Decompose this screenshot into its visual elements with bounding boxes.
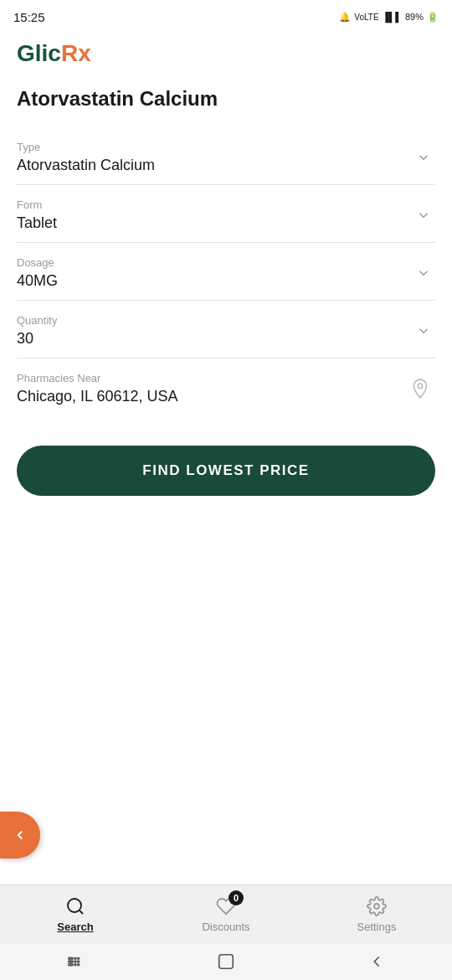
app-logo: GlicRx xyxy=(17,40,435,67)
svg-point-3 xyxy=(374,904,379,909)
svg-rect-11 xyxy=(78,961,80,962)
status-time: 15:25 xyxy=(13,10,45,24)
dosage-chevron-icon xyxy=(415,265,432,281)
location-field[interactable]: Pharmacies Near Chicago, IL 60612, USA xyxy=(17,362,435,415)
signal-bars: ▐▌▌ xyxy=(383,12,402,22)
location-label: Pharmacies Near xyxy=(17,372,435,384)
discounts-nav-icon: 0 xyxy=(215,895,237,917)
nav-search[interactable]: Search xyxy=(0,889,151,940)
svg-rect-4 xyxy=(69,957,74,959)
form-dropdown[interactable]: Form Tablet xyxy=(17,188,435,243)
logo-glic: Glic xyxy=(17,40,61,66)
status-bar: 15:25 🔔 VoLTE ▐▌▌ 89% 🔋 xyxy=(0,0,452,30)
back-button[interactable] xyxy=(0,812,40,859)
dosage-value: 40MG xyxy=(17,272,435,290)
find-lowest-price-button[interactable]: FIND LOWEST PRICE xyxy=(17,446,435,496)
main-content: Atorvastatin Calcium Type Atorvastatin C… xyxy=(0,80,452,513)
svg-rect-7 xyxy=(74,957,76,959)
form-value: Tablet xyxy=(17,214,435,232)
quantity-chevron-icon xyxy=(415,322,432,339)
nav-settings[interactable]: Settings xyxy=(301,889,452,940)
system-back-button[interactable] xyxy=(360,945,393,978)
dosage-label: Dosage xyxy=(17,256,435,269)
svg-rect-12 xyxy=(78,964,80,966)
svg-point-1 xyxy=(68,899,81,912)
drug-title: Atorvastatin Calcium xyxy=(17,87,435,111)
settings-nav-label: Settings xyxy=(357,921,397,933)
svg-rect-10 xyxy=(78,957,80,959)
signal-text: VoLTE xyxy=(354,13,378,22)
svg-rect-8 xyxy=(74,961,76,962)
bottom-nav: Search 0 Discounts Settings xyxy=(0,885,452,943)
status-icons: 🔔 VoLTE ▐▌▌ 89% 🔋 xyxy=(339,12,439,23)
settings-nav-icon xyxy=(366,895,388,917)
search-nav-label: Search xyxy=(57,921,93,933)
svg-rect-6 xyxy=(69,964,74,966)
location-value: Chicago, IL 60612, USA xyxy=(17,388,435,405)
type-chevron-icon xyxy=(415,149,432,166)
discounts-badge: 0 xyxy=(229,890,244,905)
system-home-button[interactable] xyxy=(209,945,243,978)
svg-rect-5 xyxy=(69,961,74,962)
system-nav-bar xyxy=(0,943,452,980)
svg-point-0 xyxy=(418,384,422,388)
nav-discounts[interactable]: 0 Discounts xyxy=(151,889,301,940)
search-nav-icon xyxy=(64,895,86,917)
alarm-icon: 🔔 xyxy=(339,12,351,23)
svg-rect-9 xyxy=(74,964,76,966)
svg-line-2 xyxy=(80,910,83,914)
app-header: GlicRx xyxy=(0,30,452,80)
type-label: Type xyxy=(17,141,435,153)
form-label: Form xyxy=(17,199,435,211)
quantity-dropdown[interactable]: Quantity 30 xyxy=(17,304,435,358)
dosage-dropdown[interactable]: Dosage 40MG xyxy=(17,246,435,301)
logo-rx: Rx xyxy=(61,40,91,66)
battery-icon: 🔋 xyxy=(427,12,439,23)
discounts-nav-label: Discounts xyxy=(202,921,249,933)
type-value: Atorvastatin Calcium xyxy=(17,157,435,174)
battery-percent: 89% xyxy=(405,12,424,22)
type-dropdown[interactable]: Type Atorvastatin Calcium xyxy=(17,131,435,185)
form-chevron-icon xyxy=(415,207,432,224)
svg-rect-13 xyxy=(219,955,234,969)
location-pin-icon[interactable] xyxy=(408,377,432,400)
quantity-value: 30 xyxy=(17,330,435,348)
system-menu-button[interactable] xyxy=(59,945,92,978)
quantity-label: Quantity xyxy=(17,314,435,327)
